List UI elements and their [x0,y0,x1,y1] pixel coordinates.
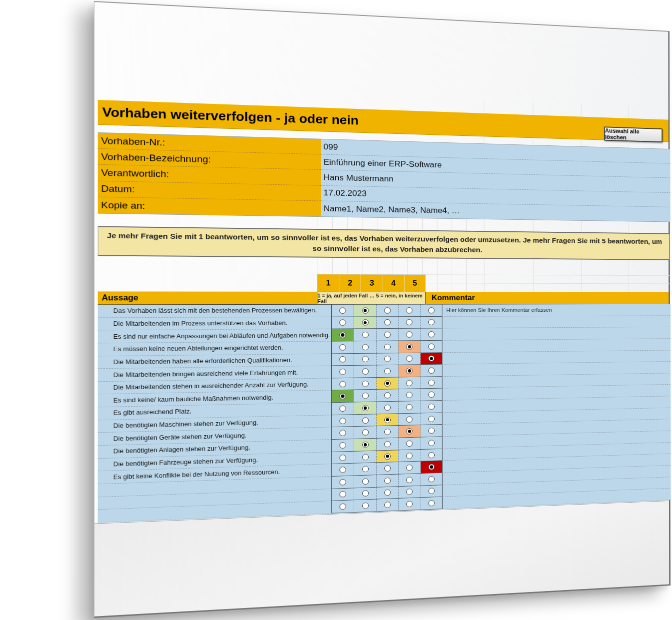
rating-cell [354,487,376,500]
radio-r17-c4[interactable] [406,501,413,508]
radio-r14-c1[interactable] [340,467,346,473]
radio-r15-c1[interactable] [340,479,346,486]
radio-r9-c2[interactable] [362,405,368,411]
radio-r5-c4[interactable] [406,356,413,362]
radio-r14-c2[interactable] [362,466,369,473]
radio-r1-c4[interactable] [406,307,413,313]
radio-r2-c4[interactable] [406,319,413,325]
radio-r9-c5[interactable] [428,404,435,410]
rating-cell [376,499,398,512]
radio-r12-c2[interactable] [362,442,368,448]
radio-r15-c3[interactable] [384,478,391,484]
radio-r2-c1[interactable] [339,320,346,326]
radio-r2-c2[interactable] [362,320,368,326]
radio-r4-c2[interactable] [362,344,368,350]
radio-r4-c1[interactable] [339,344,346,351]
radio-r16-c2[interactable] [362,490,369,497]
radio-r13-c2[interactable] [362,454,369,460]
radio-r15-c5[interactable] [428,476,435,483]
radio-r6-c1[interactable] [339,369,346,375]
radio-r3-c1[interactable] [339,332,346,338]
radio-r8-c3[interactable] [384,392,391,399]
radio-r6-c4[interactable] [406,368,413,374]
radio-r17-c3[interactable] [384,502,391,508]
radio-r5-c1[interactable] [339,356,346,363]
rating-cell [376,329,398,341]
radio-r12-c4[interactable] [406,440,413,447]
radio-r11-c1[interactable] [340,430,346,436]
radio-r10-c3[interactable] [384,417,391,423]
radio-r13-c1[interactable] [340,454,346,461]
radio-r6-c5[interactable] [428,368,435,374]
radio-r3-c5[interactable] [428,331,435,337]
rating-col-header-5: 5 [404,275,425,292]
radio-r7-c2[interactable] [362,381,368,387]
gridline [426,283,671,284]
radio-r13-c5[interactable] [428,452,435,458]
rating-cell [331,390,354,403]
radio-r13-c4[interactable] [406,453,413,459]
rating-cell [420,353,442,365]
radio-r12-c1[interactable] [340,442,346,449]
radio-r8-c4[interactable] [406,392,413,399]
rating-cell [398,450,420,463]
radio-r7-c5[interactable] [428,380,435,386]
radio-r4-c5[interactable] [428,343,435,349]
radio-r1-c1[interactable] [339,307,346,313]
radio-r2-c3[interactable] [384,319,391,325]
rating-cell [420,389,442,401]
radio-r11-c4[interactable] [406,428,413,435]
radio-r14-c4[interactable] [406,465,413,471]
radio-r9-c4[interactable] [406,404,413,411]
radio-r3-c4[interactable] [406,331,413,337]
radio-r5-c5[interactable] [428,355,435,361]
statement-cell: Es sind nur einfache Anpassungen bei Abl… [98,329,331,343]
radio-r1-c3[interactable] [384,307,391,313]
radio-r16-c3[interactable] [384,490,391,496]
radio-r16-c4[interactable] [406,489,413,495]
radio-r14-c3[interactable] [384,465,391,472]
radio-r15-c2[interactable] [362,478,369,485]
radio-r11-c2[interactable] [362,429,368,436]
radio-r5-c2[interactable] [362,356,368,363]
radio-r10-c2[interactable] [362,417,368,424]
radio-r8-c2[interactable] [362,393,368,399]
radio-r10-c1[interactable] [340,418,346,424]
radio-r15-c4[interactable] [406,477,413,483]
radio-r10-c5[interactable] [428,416,435,422]
radio-r12-c3[interactable] [384,441,391,448]
radio-r6-c2[interactable] [362,368,368,375]
radio-r10-c4[interactable] [406,416,413,423]
radio-r6-c3[interactable] [384,368,391,375]
comment-cell[interactable]: Hier können Sie Ihren Kommentar erfassen [442,304,671,317]
radio-r3-c2[interactable] [362,332,368,338]
radio-r12-c5[interactable] [428,440,435,446]
radio-r9-c3[interactable] [384,405,391,411]
radio-r17-c1[interactable] [340,504,346,510]
radio-r13-c3[interactable] [384,453,391,460]
comment-cell[interactable] [442,316,671,329]
radio-r16-c5[interactable] [428,488,435,495]
radio-r17-c2[interactable] [362,503,369,509]
radio-r16-c1[interactable] [340,491,346,498]
radio-r17-c5[interactable] [428,500,435,507]
statement-column-header: Aussage [98,291,317,305]
radio-r4-c3[interactable] [384,344,391,350]
radio-r7-c4[interactable] [406,380,413,386]
radio-r7-c3[interactable] [384,380,391,387]
radio-r2-c5[interactable] [428,319,435,325]
radio-r1-c5[interactable] [428,307,435,313]
radio-r7-c1[interactable] [340,381,346,387]
rating-cell [398,413,420,426]
radio-r5-c3[interactable] [384,356,391,362]
radio-r9-c1[interactable] [340,405,346,412]
radio-r4-c4[interactable] [406,344,413,350]
clear-selection-button[interactable]: Auswahl alle löschen [604,126,663,142]
radio-r14-c5[interactable] [428,464,435,470]
radio-r8-c1[interactable] [340,393,346,400]
radio-r8-c5[interactable] [428,392,435,398]
radio-r11-c5[interactable] [428,428,435,434]
radio-r1-c2[interactable] [362,307,368,313]
radio-r11-c3[interactable] [384,429,391,435]
radio-r3-c3[interactable] [384,332,391,338]
